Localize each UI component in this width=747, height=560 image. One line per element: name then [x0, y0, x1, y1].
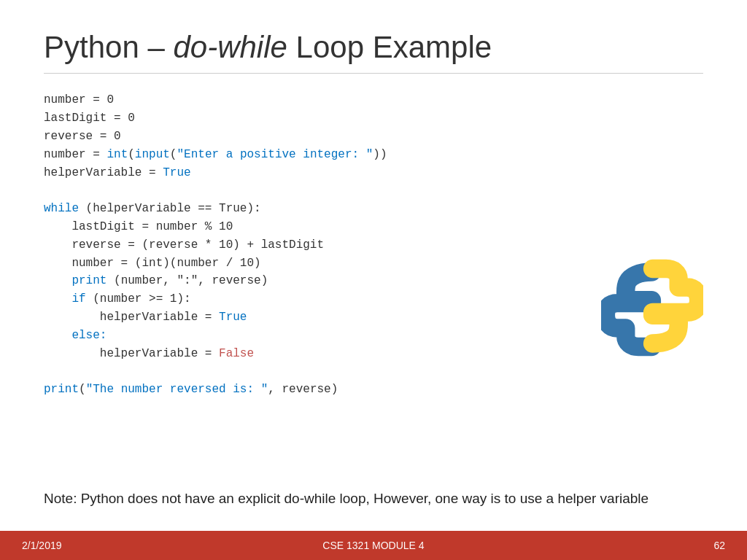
code-line: lastDigit = number % 10: [44, 220, 233, 233]
footer: 2/1/2019 CSE 1321 MODULE 4 62: [0, 531, 747, 560]
footer-page: 62: [713, 540, 725, 551]
code-line: while (helperVariable == True):: [44, 202, 261, 215]
code-block: number = 0 lastDigit = 0 reverse = 0 num…: [44, 91, 587, 481]
svg-point-1: [658, 324, 665, 332]
code-line: number = int(input("Enter a positive int…: [44, 148, 387, 161]
slide-content: Python – do-while Loop Example number = …: [0, 0, 747, 531]
code-area: number = 0 lastDigit = 0 reverse = 0 num…: [44, 91, 703, 481]
title-italic: do-while: [173, 30, 287, 64]
svg-point-0: [639, 284, 646, 291]
footer-course: CSE 1321 MODULE 4: [322, 540, 424, 551]
title-suffix: Loop Example: [287, 30, 492, 64]
code-line: print("The number reversed is: ", revers…: [44, 383, 338, 396]
slide-title: Python – do-while Loop Example: [44, 29, 703, 74]
code-line: print (number, ":", reverse): [44, 274, 268, 287]
code-line: helperVariable = True: [44, 166, 191, 179]
code-line: reverse = 0: [44, 130, 121, 143]
code-line: number = (int)(number / 10): [44, 257, 261, 270]
code-line: else:: [44, 329, 107, 342]
note-text: Note: Python does not have an explicit d…: [44, 489, 703, 517]
footer-date: 2/1/2019: [22, 540, 62, 551]
code-line: if (number >= 1):: [44, 292, 191, 306]
python-logo: [601, 257, 703, 359]
code-line: helperVariable = False: [44, 347, 254, 360]
code-line: lastDigit = 0: [44, 112, 135, 125]
code-line: number = 0: [44, 93, 114, 106]
code-line: helperVariable = True: [44, 311, 247, 324]
title-prefix: Python –: [44, 30, 173, 64]
code-line: reverse = (reverse * 10) + lastDigit: [44, 238, 324, 252]
